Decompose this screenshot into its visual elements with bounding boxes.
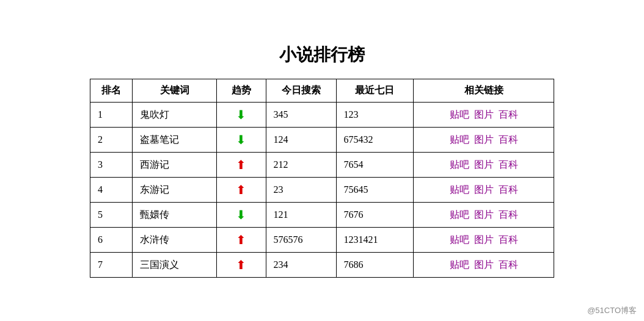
cell-rank: 4 [90, 178, 133, 203]
table-row: 1鬼吹灯⬇345123贴吧图片百科 [90, 103, 554, 128]
ranking-table: 排名 关键词 趋势 今日搜索 最近七日 相关链接 1鬼吹灯⬇345123贴吧图片… [90, 79, 554, 278]
cell-related-links: 贴吧图片百科 [414, 228, 554, 253]
cell-today-search: 345 [266, 103, 336, 128]
related-link-贴吧[interactable]: 贴吧 [450, 184, 469, 195]
cell-trend: ⬆ [217, 228, 266, 253]
cell-week-search: 75645 [336, 178, 414, 203]
cell-today-search: 23 [266, 178, 336, 203]
cell-keyword: 三国演义 [133, 253, 217, 278]
cell-week-search: 7686 [336, 253, 414, 278]
cell-week-search: 7654 [336, 153, 414, 178]
trend-down-icon: ⬇ [236, 133, 246, 146]
watermark: @51CTO博客 [587, 305, 637, 316]
cell-week-search: 123 [336, 103, 414, 128]
col-header-week: 最近七日 [336, 79, 414, 103]
col-header-today: 今日搜索 [266, 79, 336, 103]
cell-trend: ⬇ [217, 203, 266, 228]
trend-up-icon: ⬆ [236, 258, 246, 272]
cell-today-search: 576576 [266, 228, 336, 253]
table-row: 5甄嬛传⬇1217676贴吧图片百科 [90, 203, 554, 228]
table-row: 7三国演义⬆2347686贴吧图片百科 [90, 253, 554, 278]
cell-related-links: 贴吧图片百科 [414, 153, 554, 178]
trend-up-icon: ⬆ [236, 233, 246, 247]
table-row: 2盗墓笔记⬇124675432贴吧图片百科 [90, 128, 554, 153]
col-header-keyword: 关键词 [133, 79, 217, 103]
related-link-百科[interactable]: 百科 [499, 259, 518, 270]
cell-keyword: 东游记 [133, 178, 217, 203]
trend-down-icon: ⬇ [236, 208, 246, 222]
cell-today-search: 234 [266, 253, 336, 278]
cell-keyword: 盗墓笔记 [133, 128, 217, 153]
related-link-图片[interactable]: 图片 [474, 184, 494, 195]
table-row: 3西游记⬆2127654贴吧图片百科 [90, 153, 554, 178]
trend-up-icon: ⬆ [236, 158, 246, 171]
cell-related-links: 贴吧图片百科 [414, 178, 554, 203]
related-link-百科[interactable]: 百科 [499, 159, 518, 170]
page-title: 小说排行榜 [279, 43, 365, 67]
cell-trend: ⬇ [217, 103, 266, 128]
related-link-贴吧[interactable]: 贴吧 [450, 134, 469, 145]
col-header-trend: 趋势 [217, 79, 266, 103]
cell-today-search: 212 [266, 153, 336, 178]
related-link-图片[interactable]: 图片 [474, 209, 494, 220]
related-link-图片[interactable]: 图片 [474, 109, 494, 120]
cell-rank: 7 [90, 253, 133, 278]
related-link-百科[interactable]: 百科 [499, 209, 518, 220]
cell-rank: 6 [90, 228, 133, 253]
cell-rank: 2 [90, 128, 133, 153]
related-link-图片[interactable]: 图片 [474, 159, 494, 170]
cell-related-links: 贴吧图片百科 [414, 203, 554, 228]
related-link-百科[interactable]: 百科 [499, 109, 518, 120]
related-link-图片[interactable]: 图片 [474, 234, 494, 245]
trend-up-icon: ⬆ [236, 183, 246, 197]
cell-keyword: 甄嬛传 [133, 203, 217, 228]
cell-rank: 3 [90, 153, 133, 178]
table-row: 6水浒传⬆5765761231421贴吧图片百科 [90, 228, 554, 253]
cell-week-search: 7676 [336, 203, 414, 228]
related-link-百科[interactable]: 百科 [499, 184, 518, 195]
cell-trend: ⬆ [217, 178, 266, 203]
cell-week-search: 1231421 [336, 228, 414, 253]
col-header-rank: 排名 [90, 79, 133, 103]
related-link-百科[interactable]: 百科 [499, 134, 518, 145]
cell-keyword: 水浒传 [133, 228, 217, 253]
cell-trend: ⬆ [217, 253, 266, 278]
cell-today-search: 124 [266, 128, 336, 153]
cell-rank: 5 [90, 203, 133, 228]
related-link-贴吧[interactable]: 贴吧 [450, 234, 469, 245]
related-link-贴吧[interactable]: 贴吧 [450, 109, 469, 120]
cell-today-search: 121 [266, 203, 336, 228]
col-header-links: 相关链接 [414, 79, 554, 103]
related-link-贴吧[interactable]: 贴吧 [450, 209, 469, 220]
related-link-图片[interactable]: 图片 [474, 134, 494, 145]
related-link-贴吧[interactable]: 贴吧 [450, 159, 469, 170]
table-header-row: 排名 关键词 趋势 今日搜索 最近七日 相关链接 [90, 79, 554, 103]
cell-related-links: 贴吧图片百科 [414, 128, 554, 153]
related-link-百科[interactable]: 百科 [499, 234, 518, 245]
cell-related-links: 贴吧图片百科 [414, 103, 554, 128]
cell-week-search: 675432 [336, 128, 414, 153]
related-link-图片[interactable]: 图片 [474, 259, 494, 270]
cell-trend: ⬇ [217, 128, 266, 153]
related-link-贴吧[interactable]: 贴吧 [450, 259, 469, 270]
trend-down-icon: ⬇ [236, 108, 246, 121]
table-row: 4东游记⬆2375645贴吧图片百科 [90, 178, 554, 203]
cell-keyword: 西游记 [133, 153, 217, 178]
cell-rank: 1 [90, 103, 133, 128]
cell-trend: ⬆ [217, 153, 266, 178]
cell-keyword: 鬼吹灯 [133, 103, 217, 128]
cell-related-links: 贴吧图片百科 [414, 253, 554, 278]
